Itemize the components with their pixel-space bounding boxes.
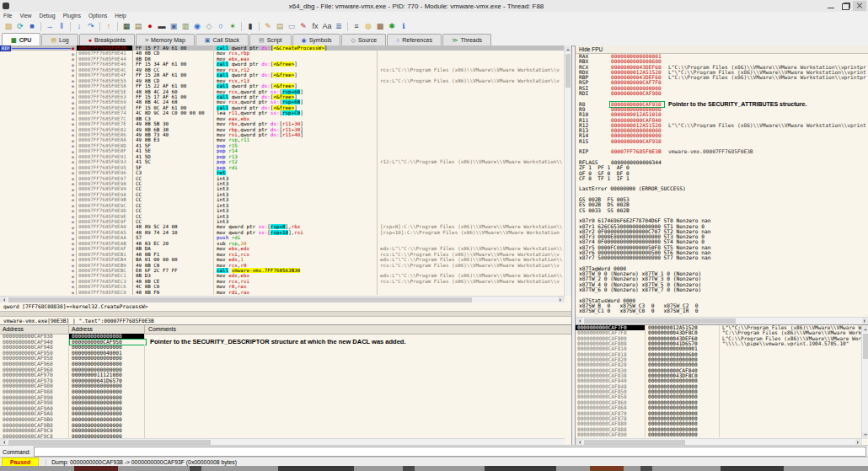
tab-call-stack[interactable]: ▣Call Stack (196, 34, 249, 45)
restore-button[interactable] (839, 1, 852, 11)
open-file-icon[interactable]: ▨ (3, 21, 14, 32)
breakpoint-dot[interactable]: ● (72, 154, 74, 159)
breakpoint-dot[interactable]: ● (72, 100, 74, 105)
breakpoint-dot[interactable]: ● (72, 197, 74, 202)
grid-icon[interactable]: ▥ (179, 21, 191, 32)
minimize-button[interactable] (824, 1, 838, 11)
scroll-down-arrow[interactable] (862, 432, 868, 439)
restart-icon[interactable]: ⟳ (14, 21, 26, 32)
breakpoint-dot[interactable]: ● (72, 187, 74, 192)
breakpoint-dot[interactable]: ● (72, 268, 74, 273)
breakpoint-dot[interactable]: ● (72, 110, 74, 115)
tab-threads[interactable]: ≫Threads (442, 34, 491, 45)
pause-icon[interactable]: ‖ (56, 21, 67, 32)
trace-icon[interactable]: ↑ (103, 21, 115, 32)
tab-source[interactable]: ◇Source (341, 34, 386, 45)
breakpoint-dot[interactable]: ● (72, 51, 74, 56)
breakpoint-dot[interactable]: ● (72, 170, 74, 175)
hide-fpu-button[interactable]: Hide FPU (576, 45, 868, 54)
scroll-thumb[interactable] (565, 54, 571, 88)
search-icon[interactable]: ○ (215, 21, 227, 32)
breakpoint-dot[interactable]: ● (72, 192, 74, 197)
scroll-up-arrow[interactable] (565, 45, 571, 52)
scroll-up-arrow[interactable] (862, 325, 868, 332)
graph-icon[interactable]: ≣ (333, 21, 345, 32)
diamond-icon[interactable]: ◇ (203, 21, 215, 32)
breakpoint-dot[interactable]: ● (72, 149, 74, 154)
tab-breakpoints[interactable]: ●Breakpoints (79, 34, 135, 45)
breakpoint-dot[interactable]: ● (72, 246, 74, 251)
list-icon[interactable]: ≡ (351, 21, 362, 32)
breakpoint-dot[interactable]: ● (72, 274, 74, 279)
brush-icon[interactable]: ✎ (297, 21, 309, 32)
breakpoint-dot[interactable]: ● (72, 62, 74, 67)
breakpoint-dot[interactable]: ● (72, 236, 74, 241)
disassembly-vertical-scrollbar[interactable] (564, 45, 571, 296)
disasm-row[interactable]: ●00007FF7685F0EC948 8B F8mov rdi,rax (0, 290, 565, 295)
tab-references[interactable]: ○References (387, 34, 442, 45)
breakpoint-dot[interactable]: ● (72, 132, 74, 137)
breakpoint-icon[interactable]: ● (144, 21, 156, 32)
cpu-window-icon[interactable]: ▦ (121, 21, 132, 32)
close-button[interactable] (853, 1, 866, 11)
database-icon[interactable]: ▮ (244, 21, 256, 32)
leaf-icon[interactable]: ✶ (227, 21, 238, 32)
fx-icon[interactable]: fx (309, 21, 321, 32)
eraser-icon[interactable]: ▭ (286, 21, 297, 32)
scroll-thumb[interactable] (584, 318, 736, 324)
breakpoint-dot[interactable]: ● (72, 284, 74, 289)
plugin-grid-icon[interactable]: ▩ (374, 21, 386, 32)
breakpoint-dot[interactable]: ● (72, 116, 74, 121)
stack-vertical-scrollbar[interactable] (861, 325, 868, 439)
breakpoint-dot[interactable]: ● (72, 203, 74, 208)
breakpoint-dot[interactable]: ● (72, 127, 74, 132)
breakpoint-dot[interactable]: ● (72, 214, 74, 219)
breakpoint-dot[interactable]: ● (72, 181, 74, 186)
log-window-icon[interactable]: ▤ (132, 21, 144, 32)
notes-icon[interactable]: ▤ (274, 21, 286, 32)
tab-script[interactable]: ▤Script (249, 34, 292, 45)
menu-options[interactable]: Options (88, 13, 107, 19)
memory-map-icon[interactable]: ▬ (156, 21, 168, 32)
breakpoint-dot[interactable]: ● (72, 138, 74, 143)
breakpoint-dot[interactable]: ● (72, 290, 74, 295)
lightbulb-icon[interactable]: ◍ (362, 21, 374, 32)
windows-icon[interactable]: ▣ (168, 21, 179, 32)
breakpoint-dot[interactable]: ● (72, 230, 74, 235)
settings-icon[interactable]: ✱ (386, 21, 398, 32)
scroll-thumb[interactable] (863, 334, 868, 359)
font-icon[interactable]: Aa (321, 21, 333, 32)
tab-memory-map[interactable]: ≡Memory Map (136, 34, 195, 45)
breakpoint-dot[interactable]: ● (72, 165, 74, 170)
breakpoint-dot[interactable]: ● (72, 105, 74, 110)
tab-log[interactable]: ▤Log (41, 34, 78, 45)
breakpoint-dot[interactable]: ● (72, 176, 74, 181)
step-into-icon[interactable]: ↓ (73, 21, 85, 32)
breakpoint-dot[interactable]: ● (72, 263, 74, 268)
tab-symbols[interactable]: ◉Symbols (292, 34, 341, 45)
breakpoint-dot[interactable]: ● (72, 252, 74, 257)
breakpoint-dot[interactable]: ● (72, 121, 74, 126)
stop-icon[interactable]: ■ (26, 21, 38, 32)
register-value[interactable]: 00007FF7685F0E3B (611, 149, 663, 154)
menu-file[interactable]: File (3, 13, 12, 19)
breakpoint-dot[interactable]: ● (72, 208, 74, 213)
menu-view[interactable]: View (19, 13, 31, 19)
scroll-left-arrow[interactable] (576, 318, 582, 324)
menu-plugins[interactable]: Plugins (63, 13, 81, 19)
step-over-icon[interactable]: ↷ (85, 21, 97, 32)
scroll-right-arrow[interactable] (862, 318, 868, 324)
breakpoint-dot[interactable]: ● (72, 83, 74, 88)
breakpoint-dot[interactable]: ● (72, 143, 74, 148)
breakpoint-dot[interactable]: ● (72, 56, 74, 62)
breakpoint-dot[interactable]: ● (72, 94, 74, 99)
command-input[interactable] (34, 447, 866, 457)
registers-horizontal-scrollbar[interactable] (576, 317, 868, 324)
about-icon[interactable]: ℹ (398, 21, 410, 32)
breakpoint-dot[interactable]: ● (72, 241, 74, 246)
pencil-icon[interactable]: ✎ (262, 21, 274, 32)
tab-cpu[interactable]: ▦CPU (2, 33, 40, 45)
breakpoint-dot[interactable]: ● (72, 257, 74, 262)
globe-icon[interactable]: ◉ (191, 21, 203, 32)
instruction-pointer-dot[interactable]: ● (72, 45, 74, 51)
